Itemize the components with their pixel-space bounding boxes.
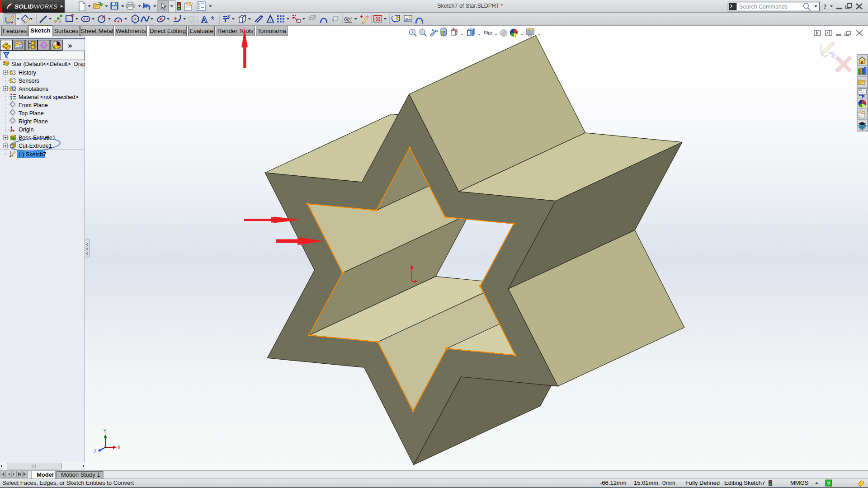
svg-text:A: A (13, 86, 16, 91)
svg-text:A: A (201, 15, 208, 24)
svg-text:Search Commands: Search Commands (739, 4, 788, 10)
svg-text:History: History (19, 70, 37, 76)
svg-text:Star (Default<<Default>_Displ: Star (Default<<Default>_Displa (11, 61, 85, 67)
svg-text:Annotations: Annotations (19, 86, 48, 92)
svg-text:*: * (211, 14, 215, 25)
svg-text:?: ? (827, 481, 830, 486)
svg-text:Front Plane: Front Plane (19, 102, 48, 108)
svg-text:Sensors: Sensors (19, 78, 39, 84)
svg-text:Z: Z (94, 449, 96, 454)
svg-text:Right Plane: Right Plane (19, 118, 48, 125)
svg-text:#: # (59, 19, 61, 24)
svg-text:SOLIDWORKS: SOLIDWORKS (14, 3, 57, 10)
svg-text:Model: Model (37, 471, 54, 478)
svg-text:Cut-Extrude1: Cut-Extrude1 (19, 143, 52, 149)
svg-text:X: X (118, 445, 121, 450)
svg-text:»: » (68, 41, 72, 50)
svg-text:Material <not specified>: Material <not specified> (19, 94, 79, 100)
svg-text:(-) Sketch7: (-) Sketch7 (19, 151, 46, 158)
svg-text:?: ? (823, 3, 827, 10)
svg-text:Motion Study 1: Motion Study 1 (61, 471, 100, 478)
svg-text:Origin: Origin (19, 127, 33, 133)
svg-text:Top Plane: Top Plane (19, 110, 44, 117)
svg-text:Y: Y (104, 429, 107, 434)
